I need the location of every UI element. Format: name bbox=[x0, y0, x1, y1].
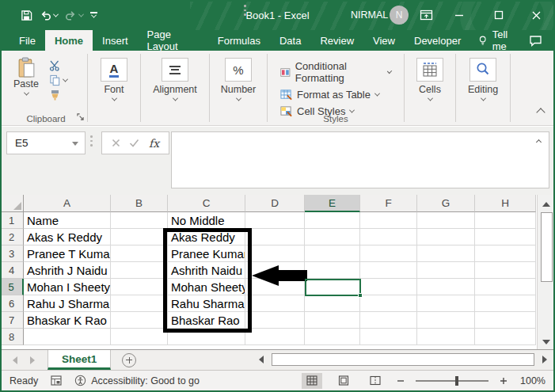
sheet-tab-sheet1[interactable]: Sheet1 bbox=[48, 350, 111, 370]
row-header-1[interactable]: 1 bbox=[0, 212, 24, 229]
cell-E3[interactable] bbox=[305, 245, 360, 262]
cell-A4[interactable]: Ashrith J Naidu bbox=[24, 262, 111, 279]
select-all-corner[interactable] bbox=[0, 195, 24, 212]
cell-C8[interactable] bbox=[168, 329, 245, 345]
cell-F6[interactable] bbox=[360, 295, 417, 312]
cell-H3[interactable] bbox=[475, 245, 536, 262]
cell-D8[interactable] bbox=[245, 329, 305, 345]
cell-E4[interactable] bbox=[305, 262, 360, 279]
cell-E6[interactable] bbox=[305, 295, 360, 312]
cell-H2[interactable] bbox=[475, 229, 536, 245]
horizontal-scrollbar-thumb[interactable] bbox=[272, 353, 534, 366]
account-name[interactable]: NIRMAL bbox=[351, 10, 388, 21]
tab-insert[interactable]: Insert bbox=[93, 30, 138, 51]
tab-view[interactable]: View bbox=[363, 30, 405, 51]
column-header-E[interactable]: E bbox=[305, 195, 360, 212]
column-header-C[interactable]: C bbox=[168, 195, 245, 212]
cell-G4[interactable] bbox=[417, 262, 475, 279]
cut-button[interactable] bbox=[49, 60, 67, 71]
cell-C5[interactable]: Mohan Sheety bbox=[168, 279, 245, 295]
cell-H1[interactable] bbox=[475, 212, 536, 229]
cell-A2[interactable]: Akas K Reddy bbox=[24, 229, 111, 245]
cell-B7[interactable] bbox=[111, 312, 168, 329]
tab-data[interactable]: Data bbox=[270, 30, 310, 51]
cell-F7[interactable] bbox=[360, 312, 417, 329]
cell-H5[interactable] bbox=[475, 279, 536, 295]
cell-A1[interactable]: Name bbox=[24, 212, 111, 229]
cell-B8[interactable] bbox=[111, 329, 168, 345]
cell-F2[interactable] bbox=[360, 229, 417, 245]
minimize-button[interactable] bbox=[449, 6, 469, 24]
cell-H6[interactable] bbox=[475, 295, 536, 312]
cell-A8[interactable] bbox=[24, 329, 111, 345]
cell-A3[interactable]: Pranee T Kumar bbox=[24, 245, 111, 262]
cell-C2[interactable]: Akas Reddy bbox=[168, 229, 245, 245]
column-header-G[interactable]: G bbox=[417, 195, 475, 212]
tab-developer[interactable]: Developer bbox=[405, 30, 470, 51]
column-header-F[interactable]: F bbox=[360, 195, 417, 212]
close-button[interactable] bbox=[526, 6, 546, 24]
zoom-slider-handle[interactable] bbox=[455, 376, 458, 386]
horizontal-scrollbar[interactable] bbox=[255, 352, 551, 367]
cell-B3[interactable] bbox=[111, 245, 168, 262]
cell-C4[interactable]: Ashrith Naidu bbox=[168, 262, 245, 279]
name-box[interactable]: E5 bbox=[6, 131, 86, 154]
tab-review[interactable]: Review bbox=[310, 30, 363, 51]
cell-E8[interactable] bbox=[305, 329, 360, 345]
cell-H7[interactable] bbox=[475, 312, 536, 329]
vertical-scrollbar-thumb[interactable] bbox=[541, 212, 553, 282]
cell-A5[interactable]: Mohan I Sheety bbox=[24, 279, 111, 295]
row-header-8[interactable]: 8 bbox=[0, 329, 24, 345]
row-header-2[interactable]: 2 bbox=[0, 229, 24, 245]
comments-button[interactable] bbox=[529, 30, 542, 51]
cell-B6[interactable] bbox=[111, 295, 168, 312]
paste-button[interactable]: Paste bbox=[10, 57, 43, 101]
format-as-table-button[interactable]: Format as Table bbox=[280, 89, 391, 101]
next-sheet-button[interactable] bbox=[30, 356, 35, 364]
cell-D3[interactable] bbox=[245, 245, 305, 262]
cell-G1[interactable] bbox=[417, 212, 475, 229]
row-header-7[interactable]: 7 bbox=[0, 312, 24, 329]
cell-C3[interactable]: Pranee Kumar bbox=[168, 245, 245, 262]
cell-D6[interactable] bbox=[245, 295, 305, 312]
row-header-3[interactable]: 3 bbox=[0, 245, 24, 262]
cell-C7[interactable]: Bhaskar Rao bbox=[168, 312, 245, 329]
zoom-level[interactable]: 100% bbox=[519, 375, 545, 386]
column-header-B[interactable]: B bbox=[111, 195, 168, 212]
insert-function-button[interactable]: fx bbox=[149, 137, 159, 150]
column-header-A[interactable]: A bbox=[24, 195, 111, 212]
tell-me[interactable]: Tell me bbox=[470, 30, 529, 51]
row-header-6[interactable]: 6 bbox=[0, 295, 24, 312]
tab-file[interactable]: File bbox=[10, 30, 45, 51]
clipboard-dialog-launcher[interactable] bbox=[77, 109, 84, 124]
cell-B5[interactable] bbox=[111, 279, 168, 295]
cell-H8[interactable] bbox=[475, 329, 536, 345]
row-header-5[interactable]: 5 bbox=[0, 279, 24, 295]
active-cell-selection[interactable] bbox=[305, 279, 361, 296]
page-layout-view-button[interactable] bbox=[333, 373, 354, 389]
cell-F5[interactable] bbox=[360, 279, 417, 295]
collapse-ribbon-button[interactable] bbox=[538, 105, 544, 119]
cell-D7[interactable] bbox=[245, 312, 305, 329]
tab-home[interactable]: Home bbox=[45, 30, 93, 51]
macro-record-button[interactable] bbox=[51, 375, 62, 386]
column-header-H[interactable]: H bbox=[475, 195, 536, 212]
number-group-button[interactable]: % Number bbox=[215, 54, 262, 101]
cell-F1[interactable] bbox=[360, 212, 417, 229]
formula-bar-input[interactable] bbox=[171, 131, 549, 188]
page-break-preview-button[interactable] bbox=[365, 373, 386, 389]
cells-group-button[interactable]: Cells bbox=[409, 54, 450, 101]
scroll-down-button[interactable] bbox=[542, 335, 550, 349]
font-group-button[interactable]: A Font bbox=[93, 54, 135, 101]
cell-G2[interactable] bbox=[417, 229, 475, 245]
tab-scrollbar-grip[interactable] bbox=[244, 5, 246, 16]
cell-C6[interactable]: Rahu Sharma bbox=[168, 295, 245, 312]
cell-F8[interactable] bbox=[360, 329, 417, 345]
cell-A6[interactable]: Rahu J Sharma bbox=[24, 295, 111, 312]
cell-G3[interactable] bbox=[417, 245, 475, 262]
cell-B1[interactable] bbox=[111, 212, 168, 229]
cell-E1[interactable] bbox=[305, 212, 360, 229]
tab-formulas[interactable]: Formulas bbox=[208, 30, 270, 51]
conditional-formatting-button[interactable]: Conditional Formatting bbox=[280, 60, 391, 84]
copy-button[interactable] bbox=[49, 74, 67, 86]
